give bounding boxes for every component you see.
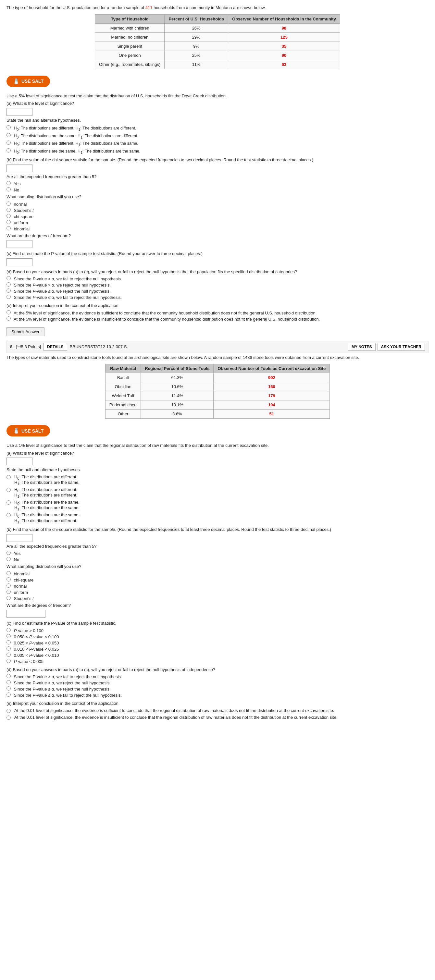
table-row: Other (e.g., roommates, siblings) 11% 63 [95, 60, 340, 69]
problem8-code: BBUNDERSTAT12 10.2.007.S. [70, 344, 128, 349]
part-a-hypothesis-options: H0: The distributions are different. H1:… [6, 125, 429, 154]
row1-observed: 98 [228, 23, 340, 32]
d-option-2[interactable]: Since the P-value > α, we reject the nul… [6, 282, 429, 288]
part-a-significance-input[interactable] [6, 108, 32, 116]
table-row: Welded Tuff 11.4% 179 [105, 391, 330, 401]
part-d-question: (d) Based on your answers in parts (a) t… [6, 269, 429, 275]
problem8-header-left: 8. [−/5.3 Points] DETAILS BBUNDERSTAT12 … [10, 343, 128, 351]
details-button[interactable]: DETAILS [43, 343, 67, 351]
dist-normal[interactable]: normal [6, 202, 429, 207]
p8-part-a-question: (a) What is the level of significance? [6, 450, 429, 457]
p8-hyp-option-4: H0: The distributions are the same. H1: … [6, 512, 429, 524]
p8-e-option-2[interactable]: At the 0.01 level of significance, the e… [6, 715, 429, 720]
d-option-4[interactable]: Since the P-value ≤ α, we fail to reject… [6, 295, 429, 300]
e-option-2[interactable]: At the 5% level of significance, the evi… [6, 317, 429, 321]
part-a-sub1: State the null and alternate hypotheses. [6, 117, 429, 124]
use-salt-button-2[interactable]: 🧂 USE SALT [6, 425, 50, 436]
row1-percent: 26% [164, 23, 228, 32]
p8-row2-pct: 10.6% [141, 382, 214, 391]
p8-pvalue-010-025[interactable]: 0.010 < P-value < 0.025 [6, 646, 429, 652]
part-b-dist-q: What sampling distribution will you use? [6, 194, 429, 200]
p8-expected-no[interactable]: No [6, 557, 429, 562]
dist-student-t[interactable]: Student's t [6, 208, 429, 213]
my-notes-button[interactable]: MY NOTES [348, 343, 375, 351]
p8-pvalue-005-010[interactable]: 0.005 < P-value < 0.010 [6, 652, 429, 658]
p8-part-b-question: (b) Find the value of the chi-square sta… [6, 527, 429, 533]
part-a: (a) What is the level of significance? S… [6, 100, 429, 154]
p8-part-b-dist-q: What sampling distribution will you use? [6, 563, 429, 570]
p8-row4-pct: 13.1% [141, 401, 214, 409]
p8-pvalue-gt-100[interactable]: P-value > 0.100 [6, 628, 429, 633]
salt-icon-1: 🧂 [13, 78, 19, 84]
submit-answer-button[interactable]: Submit Answer [6, 328, 45, 336]
part-b-dof-input[interactable] [6, 240, 32, 248]
problem7-table: Type of Household Percent of U.S. Househ… [95, 14, 340, 69]
p8-pvalue-025-050[interactable]: 0.025 < P-value < 0.050 [6, 640, 429, 646]
p8-row5-pct: 3.6% [141, 409, 214, 418]
p8-part-d-options: Since the P-value > α, we fail to reject… [6, 674, 429, 698]
part-b-expected-q: Are all the expected frequencies greater… [6, 173, 429, 180]
p8-dist-uniform[interactable]: uniform [6, 590, 429, 595]
problem7-intro: The type of household for the U.S. popul… [6, 5, 429, 11]
table-row: Other 3.6% 51 [105, 409, 330, 418]
part-b-chistat-input[interactable] [6, 164, 32, 172]
col-header-type: Type of Household [95, 14, 164, 23]
d-option-1[interactable]: Since the P-value > α, we fail to reject… [6, 276, 429, 282]
hyp-option-3[interactable]: H0: The distributions are different. H1:… [6, 140, 429, 147]
p8-d-option-2[interactable]: Since the P-value > α, we reject the nul… [6, 680, 429, 685]
p8-col-material: Raw Material [105, 364, 141, 373]
p8-part-b-expected-q: Are all the expected frequencies greater… [6, 543, 429, 550]
part-c-pvalue-input[interactable] [6, 258, 32, 266]
p8-dist-normal[interactable]: normal [6, 584, 429, 589]
p8-part-b-chistat-input[interactable] [6, 534, 32, 542]
hyp-option-1[interactable]: H0: The distributions are different. H1:… [6, 125, 429, 131]
problem8-number: 8. [10, 344, 14, 349]
p8-dist-student-t[interactable]: Student's t [6, 596, 429, 601]
expected-yes[interactable]: Yes [6, 181, 429, 186]
table-row: Single parent 9% 35 [95, 41, 340, 51]
row2-observed: 125 [228, 32, 340, 41]
p8-part-b-dof-q: What are the degrees of freedom? [6, 602, 429, 609]
table-row: Married, no children 29% 125 [95, 32, 340, 41]
p8-row5-obs: 51 [214, 409, 330, 418]
p8-pvalue-lt-005[interactable]: P-value < 0.005 [6, 659, 429, 664]
p8-hyp-option-3: H0: The distributions are the same. H1: … [6, 500, 429, 511]
row5-percent: 11% [164, 60, 228, 69]
p8-part-e-options: At the 0.01 level of significance, the e… [6, 708, 429, 720]
p8-expected-yes[interactable]: Yes [6, 551, 429, 556]
row1-type: Married with children [95, 23, 164, 32]
p8-part-b-dof-input[interactable] [6, 610, 45, 617]
dist-uniform[interactable]: uniform [6, 220, 429, 225]
hyp-option-2[interactable]: H0: The distributions are the same. H1: … [6, 132, 429, 139]
p8-row1-obs: 902 [214, 373, 330, 382]
hyp-option-4[interactable]: H0: The distributions are the same. H1: … [6, 148, 429, 154]
p8-hyp-option-2: H0: The distributions are different. H1:… [6, 487, 429, 498]
p8-part-b-dist-options: binomial chi-square normal uniform Stude… [6, 571, 429, 601]
p8-part-a: (a) What is the level of significance? S… [6, 450, 429, 524]
part-b: (b) Find the value of the chi-square sta… [6, 157, 429, 248]
p8-col-regional: Regional Percent of Stone Tools [141, 364, 214, 373]
p8-part-a-hypothesis-options: H0: The distributions are different. H1:… [6, 474, 429, 524]
p8-part-b-expected-options: Yes No [6, 551, 429, 562]
ask-teacher-button[interactable]: ASK YOUR TEACHER [378, 343, 425, 351]
p8-d-option-4[interactable]: Since the P-value ≤ α, we fail to reject… [6, 692, 429, 698]
problem8-points: [−/5.3 Points] [16, 344, 41, 349]
d-option-3[interactable]: Since the P-value ≤ α, we reject the nul… [6, 288, 429, 294]
problem8-header: 8. [−/5.3 Points] DETAILS BBUNDERSTAT12 … [6, 341, 429, 353]
row3-percent: 9% [164, 41, 228, 51]
row4-observed: 90 [228, 51, 340, 60]
p8-pvalue-050-100[interactable]: 0.050 < P-value < 0.100 [6, 634, 429, 639]
e-option-1[interactable]: At the 5% level of significance, the evi… [6, 310, 429, 315]
p8-part-b: (b) Find the value of the chi-square sta… [6, 527, 429, 617]
p8-dist-binomial[interactable]: binomial [6, 571, 429, 576]
dist-binomial[interactable]: binomial [6, 226, 429, 231]
p8-part-a-significance-input[interactable] [6, 458, 32, 465]
p8-dist-chi-square[interactable]: chi-square [6, 577, 429, 582]
use-salt-button-1[interactable]: 🧂 USE SALT [6, 76, 50, 87]
expected-no[interactable]: No [6, 187, 429, 192]
p8-d-option-1[interactable]: Since the P-value > α, we fail to reject… [6, 674, 429, 679]
dist-chi-square[interactable]: chi-square [6, 214, 429, 219]
p8-d-option-3[interactable]: Since the P-value ≤ α, we reject the nul… [6, 686, 429, 692]
row2-percent: 29% [164, 32, 228, 41]
p8-e-option-1[interactable]: At the 0.01 level of significance, the e… [6, 708, 429, 713]
